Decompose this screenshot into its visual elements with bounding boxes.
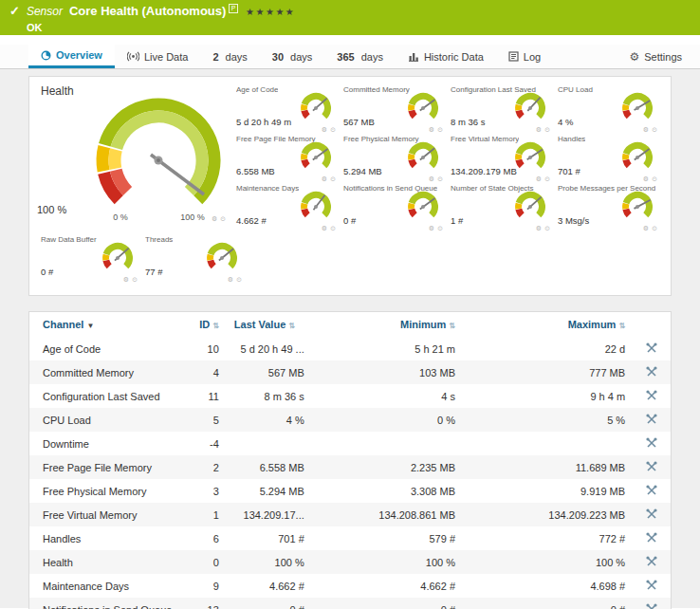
cell-channel[interactable]: Downtime — [29, 432, 181, 455]
channel-settings-icon[interactable] — [646, 532, 657, 544]
column-header-maximum[interactable]: Maximum⇅ — [463, 312, 633, 337]
gear-icon[interactable]: ⚙ — [322, 175, 327, 182]
gauge-tile[interactable]: Maintenance Days4.662 #⚙⊙ — [236, 183, 343, 232]
gauge-tile[interactable]: Free Physical Memory5.294 MB⚙⊙ — [343, 134, 451, 183]
cell-channel[interactable]: Age of Code — [29, 337, 181, 360]
channel-settings-icon[interactable] — [646, 461, 657, 472]
cell-channel[interactable]: Configuration Last Saved — [29, 384, 181, 408]
cell-settings[interactable] — [633, 526, 671, 550]
gauge-tile[interactable]: Notifications in Send Queue0 #⚙⊙ — [343, 183, 451, 232]
pin-icon[interactable]: ⊙ — [330, 175, 336, 182]
gear-icon[interactable]: ⚙ — [643, 175, 649, 182]
tab-historic-data[interactable]: Historic Data — [396, 45, 496, 68]
gear-icon[interactable]: ⚙ — [322, 225, 327, 231]
gauge-tile[interactable]: Number of State Objects1 #⚙⊙ — [451, 183, 558, 232]
channel-settings-icon[interactable] — [646, 508, 657, 520]
gauge-tile[interactable]: Free Virtual Memory134.209.179 MB⚙⊙ — [451, 134, 558, 183]
pin-icon[interactable]: ⊙ — [544, 225, 550, 231]
gear-icon[interactable]: ⚙ — [429, 126, 434, 133]
gear-icon[interactable]: ⚙ — [643, 225, 649, 231]
tab-log[interactable]: Log — [496, 45, 553, 68]
gear-icon[interactable]: ⚙ — [536, 175, 542, 182]
pin-icon[interactable]: ⊙ — [652, 126, 657, 133]
pin-icon[interactable]: ⊙ — [220, 215, 226, 222]
cell-channel[interactable]: Notifications in Send Queue — [29, 598, 181, 609]
column-header-channel[interactable]: Channel▼ — [29, 312, 181, 337]
gauge-tile[interactable]: Threads77 #⚙⊙ — [145, 234, 249, 284]
pin-icon[interactable]: ⊙ — [544, 126, 550, 133]
channel-settings-icon[interactable] — [646, 485, 657, 496]
tab-live-data[interactable]: Live Data — [115, 45, 200, 68]
column-header-id[interactable]: ID⇅ — [181, 312, 227, 337]
gear-icon[interactable]: ⚙ — [536, 126, 542, 133]
gauge-tile[interactable]: Age of Code5 d 20 h 49 m⚙⊙ — [236, 84, 343, 134]
cell-channel[interactable]: Handles — [29, 526, 181, 550]
gear-icon[interactable]: ⚙ — [643, 126, 649, 133]
cell-settings[interactable] — [633, 455, 671, 479]
cell-channel[interactable]: Free Physical Memory — [29, 479, 181, 503]
cell-channel[interactable]: CPU Load — [29, 408, 181, 432]
pin-icon[interactable]: ⊙ — [132, 276, 138, 283]
cell-channel[interactable]: Committed Memory — [29, 360, 181, 384]
channel-settings-icon[interactable] — [646, 556, 657, 567]
tab-365-days[interactable]: 365days — [324, 45, 396, 68]
pin-icon[interactable]: ⊙ — [652, 175, 657, 182]
channel-settings-icon[interactable] — [646, 390, 657, 401]
channel-settings-icon[interactable] — [646, 366, 657, 378]
pin-icon[interactable]: ⊙ — [652, 225, 657, 231]
pin-icon[interactable]: ⊙ — [236, 276, 242, 283]
tab-settings[interactable]: ⚙Settings — [617, 45, 694, 68]
health-gauge[interactable]: 0 %100 % — [73, 86, 244, 229]
gear-icon[interactable]: ⚙ — [123, 276, 129, 283]
cell-settings[interactable] — [633, 408, 671, 432]
sort-icon[interactable]: ⇅ — [618, 322, 625, 330]
sort-icon[interactable]: ⇅ — [288, 322, 295, 330]
pin-icon[interactable]: ⊙ — [544, 175, 550, 182]
gauge-tile[interactable]: Configuration Last Saved8 m 36 s⚙⊙ — [451, 84, 558, 134]
column-header-minimum[interactable]: Minimum⇅ — [312, 312, 463, 337]
channel-settings-icon[interactable] — [646, 342, 657, 354]
gauge-tile[interactable]: Free Page File Memory6.558 MB⚙⊙ — [236, 134, 343, 183]
cell-settings[interactable] — [633, 479, 671, 503]
gear-icon[interactable]: ⚙ — [429, 175, 434, 182]
pin-icon[interactable]: ⊙ — [330, 225, 336, 231]
gauge-tile[interactable]: Handles701 #⚙⊙ — [558, 134, 665, 183]
gear-icon[interactable]: ⚙ — [228, 276, 233, 283]
tab-2-days[interactable]: 2days — [200, 45, 259, 68]
tab-30-days[interactable]: 30days — [260, 45, 325, 68]
gear-icon[interactable]: ⚙ — [212, 215, 217, 222]
cell-channel[interactable]: Free Virtual Memory — [29, 503, 181, 526]
sort-icon[interactable]: ⇅ — [449, 322, 455, 330]
cell-settings[interactable] — [633, 574, 671, 598]
cell-channel[interactable]: Health — [29, 550, 181, 574]
gear-icon[interactable]: ⚙ — [429, 225, 434, 231]
channel-settings-icon[interactable] — [646, 580, 657, 591]
cell-settings[interactable] — [633, 360, 671, 384]
gauge-tile[interactable]: Raw Data Buffer0 #⚙⊙ — [41, 234, 145, 284]
sort-icon[interactable]: ⇅ — [212, 322, 219, 330]
gear-icon[interactable]: ⚙ — [536, 225, 542, 231]
cell-settings[interactable] — [633, 550, 671, 574]
cell-settings[interactable] — [633, 384, 671, 408]
tab-overview[interactable]: Overview — [28, 45, 115, 68]
channel-settings-icon[interactable] — [646, 437, 657, 449]
pin-icon[interactable]: ⊙ — [437, 225, 443, 231]
pin-icon[interactable]: ⊙ — [437, 175, 443, 182]
cell-settings[interactable] — [633, 432, 671, 455]
cell-settings[interactable] — [633, 598, 671, 609]
gauge-tile[interactable]: Probe Messages per Second3 Msg/s⚙⊙ — [558, 183, 665, 232]
column-header-actions[interactable] — [633, 312, 671, 337]
channel-settings-icon[interactable] — [646, 603, 657, 609]
gauge-tile[interactable]: CPU Load4 %⚙⊙ — [558, 84, 665, 134]
cell-settings[interactable] — [633, 503, 671, 526]
pin-icon[interactable]: ⊙ — [330, 126, 336, 133]
column-header-last-value[interactable]: Last Value⇅ — [227, 312, 312, 337]
gauge-tile[interactable]: Committed Memory567 MB⚙⊙ — [343, 84, 451, 134]
gear-icon[interactable]: ⚙ — [322, 126, 327, 133]
cell-settings[interactable] — [633, 337, 671, 360]
channel-settings-icon[interactable] — [646, 414, 657, 425]
cell-channel[interactable]: Maintenance Days — [29, 574, 181, 598]
pin-icon[interactable]: ⊙ — [437, 126, 443, 133]
cell-channel[interactable]: Free Page File Memory — [29, 455, 181, 479]
sort-icon[interactable]: ▼ — [86, 322, 94, 330]
